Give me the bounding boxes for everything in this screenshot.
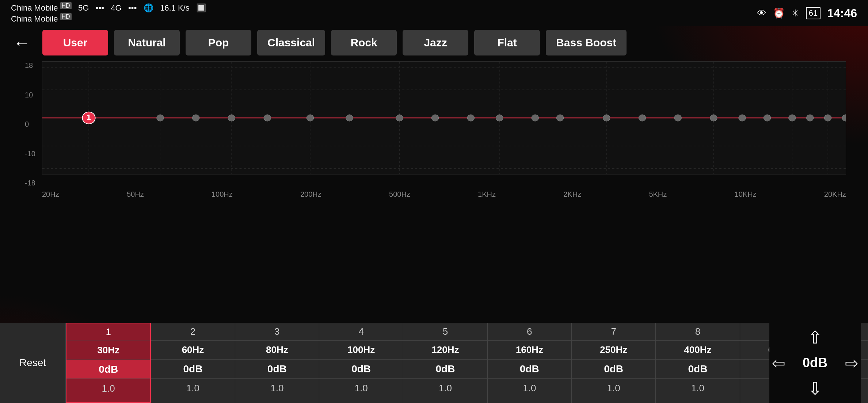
eye-icon: 👁 (757, 8, 766, 19)
svg-point-24 (431, 115, 439, 121)
band-5-num: 5 (403, 323, 487, 341)
svg-point-30 (639, 115, 646, 121)
svg-point-17 (157, 115, 164, 121)
svg-point-38 (842, 115, 846, 121)
band-8-db: 0dB (656, 360, 739, 379)
back-arrow-icon: ← (13, 33, 31, 53)
status-bar: China Mobile HD 5G ▪▪▪ 4G ▪▪▪ 🌐 16.1 K/s… (0, 0, 868, 26)
battery-indicator: 61 (806, 7, 821, 19)
svg-point-35 (789, 115, 796, 121)
time-display: 14:46 (827, 7, 857, 20)
band-2-freq: 60Hz (151, 341, 235, 360)
nav-vertical-down: ⇩ (804, 377, 826, 399)
nav-down-button[interactable]: ⇩ (804, 377, 826, 399)
bluetooth-icon: ✳ (791, 8, 799, 19)
preset-bass-boost[interactable]: Bass Boost (546, 30, 627, 55)
band-3-freq: 80Hz (235, 341, 319, 360)
x-label-20khz: 20KHz (824, 190, 846, 199)
nav-horizontal: ⇦ 0dB ⇨ (768, 352, 863, 374)
eq-svg: 1 (42, 62, 846, 174)
svg-point-26 (496, 115, 503, 121)
alarm-icon: ⏰ (773, 8, 785, 19)
svg-point-29 (603, 115, 610, 121)
band-5-db: 0dB (403, 360, 487, 379)
band-8[interactable]: 8 400Hz 0dB 1.0 (656, 323, 740, 403)
band-4[interactable]: 4 100Hz 0dB 1.0 (319, 323, 403, 403)
svg-point-25 (467, 115, 475, 121)
band-7-freq: 250Hz (572, 341, 655, 360)
carrier1-text: China Mobile HD 5G ▪▪▪ 4G ▪▪▪ 🌐 16.1 K/s… (11, 3, 206, 13)
band-4-freq: 100Hz (319, 341, 403, 360)
band-6-q: 1.0 (488, 379, 571, 398)
preset-flat[interactable]: Flat (474, 30, 540, 55)
carrier2-text: China Mobile HD (11, 14, 206, 24)
x-label-2khz: 2KHz (563, 190, 581, 199)
svg-point-28 (556, 115, 564, 121)
band-4-db: 0dB (319, 360, 403, 379)
x-label-5khz: 5KHz (649, 190, 667, 199)
x-label-10khz: 10KHz (735, 190, 757, 199)
preset-classical[interactable]: Classical (257, 30, 325, 55)
svg-point-18 (192, 115, 199, 121)
preset-jazz[interactable]: Jazz (403, 30, 468, 55)
band-6-db: 0dB (488, 360, 571, 379)
svg-point-32 (710, 115, 717, 121)
x-label-50hz: 50Hz (127, 190, 144, 199)
nav-right-button[interactable]: ⇨ (841, 352, 863, 374)
svg-point-37 (824, 115, 831, 121)
band-7[interactable]: 7 250Hz 0dB 1.0 (572, 323, 656, 403)
svg-point-31 (674, 115, 682, 121)
band-4-num: 4 (319, 323, 403, 341)
y-label-0: 0 (25, 120, 35, 128)
band-5-freq: 120Hz (403, 341, 487, 360)
nav-left-button[interactable]: ⇦ (768, 352, 789, 374)
svg-point-21 (307, 115, 314, 121)
svg-point-22 (346, 115, 353, 121)
carrier-info: China Mobile HD 5G ▪▪▪ 4G ▪▪▪ 🌐 16.1 K/s… (11, 3, 206, 24)
band-7-q: 1.0 (572, 379, 655, 398)
eq-chart[interactable]: 1 (42, 61, 846, 174)
band-7-db: 0dB (572, 360, 655, 379)
x-label-200hz: 200Hz (300, 190, 321, 199)
reset-button[interactable]: Reset (0, 323, 66, 403)
band-4-q: 1.0 (319, 379, 403, 398)
preset-user[interactable]: User (42, 30, 108, 55)
band-6-num: 6 (488, 323, 571, 341)
band-5-q: 1.0 (403, 379, 487, 398)
y-label-neg10: -10 (25, 150, 35, 158)
preset-rock[interactable]: Rock (331, 30, 397, 55)
x-label-20hz: 20Hz (42, 190, 59, 199)
band-5[interactable]: 5 120Hz 0dB 1.0 (403, 323, 487, 403)
band-8-freq: 400Hz (656, 341, 739, 360)
current-db-value: 0dB (797, 355, 833, 371)
x-label-100hz: 100Hz (212, 190, 233, 199)
band-3-db: 0dB (235, 360, 319, 379)
nav-vertical: ⇧ (804, 326, 826, 348)
band-2-num: 2 (151, 323, 235, 341)
band-2-db: 0dB (151, 360, 235, 379)
band-3-q: 1.0 (235, 379, 319, 398)
band-6-freq: 160Hz (488, 341, 571, 360)
y-label-18: 18 (25, 61, 35, 70)
svg-point-19 (228, 115, 235, 121)
band-2[interactable]: 2 60Hz 0dB 1.0 (151, 323, 235, 403)
band-1-freq: 30Hz (66, 341, 150, 360)
back-button[interactable]: ← (7, 30, 37, 55)
x-label-500hz: 500Hz (389, 190, 410, 199)
nav-up-button[interactable]: ⇧ (804, 326, 826, 348)
band-7-num: 7 (572, 323, 655, 341)
svg-point-34 (764, 115, 771, 121)
band-2-q: 1.0 (151, 379, 235, 398)
band-1-num: 1 (66, 323, 150, 341)
preset-navigation: ← User Natural Pop Classical Rock Jazz F… (0, 26, 868, 59)
band-1[interactable]: 1 30Hz 0dB 1.0 (66, 323, 151, 403)
preset-natural[interactable]: Natural (114, 30, 180, 55)
band-3[interactable]: 3 80Hz 0dB 1.0 (235, 323, 319, 403)
preset-pop[interactable]: Pop (186, 30, 251, 55)
svg-point-23 (396, 115, 403, 121)
svg-point-36 (806, 115, 814, 121)
band-6[interactable]: 6 160Hz 0dB 1.0 (488, 323, 572, 403)
svg-point-33 (739, 115, 746, 121)
y-label-10: 10 (25, 91, 35, 99)
svg-text:1: 1 (87, 113, 91, 121)
